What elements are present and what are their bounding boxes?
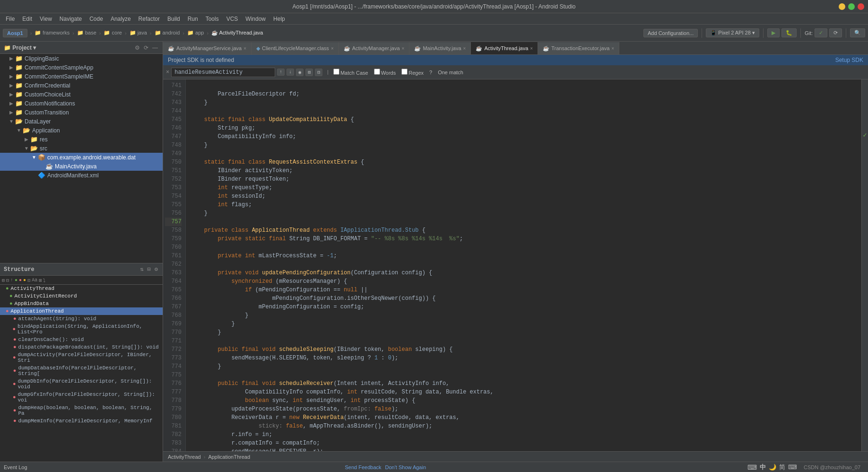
struct-item-dumpactivity[interactable]: ● dumpActivity(ParcelFileDescriptor, IBi… [0,351,163,364]
struct-item-dumpgfx[interactable]: ● dumpGfxInfo(ParcelFileDescriptor, Stri… [0,391,163,404]
maximize-button[interactable] [848,3,855,10]
setup-sdk-link[interactable]: Setup SDK [835,57,863,63]
breadcrumb-core[interactable]: 📁 core [104,30,122,36]
menu-run[interactable]: Run [184,15,202,23]
struct-icon-btn2[interactable]: ⊟ [6,278,9,283]
search-word-button[interactable]: ◉ [296,69,304,76]
menu-help[interactable]: Help [269,15,289,23]
menu-file[interactable]: File [2,15,18,23]
git-update-button[interactable]: ✓ [815,28,827,37]
struct-item-appbind[interactable]: ● AppBindData [0,300,163,307]
menu-build[interactable]: Build [164,15,184,23]
menu-refactor[interactable]: Refactor [135,15,164,23]
match-case-label[interactable]: Match Case [333,69,368,76]
breadcrumb-android[interactable]: 📁 android [155,30,180,36]
tree-item-customchoice[interactable]: ▶ 📁 CustomChoiceList [0,90,163,99]
input-method-icon[interactable]: ⌨ [747,463,757,471]
breadcrumb-frameworks[interactable]: 📁 frameworks [35,30,69,36]
breadcrumb-activitythread[interactable]: ActivityThread [168,454,201,460]
settings-icon[interactable]: ⚙ [154,265,159,273]
tree-item-customnotif[interactable]: ▶ 📁 CustomNotifications [0,99,163,108]
tree-item-package[interactable]: ▼ 📦 com.example.android.wearable.dat [0,153,163,162]
regex-label[interactable]: Regex [401,69,424,76]
search-next-button[interactable]: ↓ [286,69,294,76]
words-label[interactable]: Words [374,69,396,76]
tab-close-icon[interactable]: × [530,46,533,51]
keyboard-icon[interactable]: ⌨ [788,463,797,471]
tree-item-src[interactable]: ▼ 📂 src [0,144,163,153]
struct-item-activityclient[interactable]: ● ActivityClientRecord [0,292,163,300]
struct-item-dumpdb[interactable]: ● dumpDatabaseInfo(ParcelFileDescriptor,… [0,364,163,377]
struct-icon-btn5[interactable]: ● [19,278,22,283]
struct-item-bindapp[interactable]: ● bindApplication(String, ApplicationInf… [0,323,163,336]
tree-item-datalayer[interactable]: ▼ 📂 DataLayer [0,117,163,126]
breadcrumb-java[interactable]: 📁 java [130,30,147,36]
menu-navigate[interactable]: Navigate [56,15,86,23]
feedback-link[interactable]: Send Feedback [345,464,381,470]
struct-item-dumpmem[interactable]: ● dumpMemInfo(ParcelFileDescriptor, Memo… [0,417,163,425]
menu-analyze[interactable]: Analyze [107,15,135,23]
event-log-label[interactable]: Event Log [4,464,27,470]
gear-icon[interactable]: ⚙ [134,44,141,52]
struct-icon-btn8[interactable]: Aa [32,278,37,283]
menu-edit[interactable]: Edit [18,15,36,23]
sort-icon[interactable]: ⇅ [139,265,144,273]
tree-item-res[interactable]: ▶ 📁 res [0,135,163,144]
project-selector[interactable]: Aosp1 [3,29,27,37]
tab-close-icon[interactable]: × [611,46,614,51]
search-input[interactable] [171,68,275,77]
breadcrumb-base[interactable]: 📁 base [77,30,96,36]
code-content[interactable]: ParcelFileDescriptor fd; } static final … [186,79,861,451]
run-button[interactable]: ▶ [767,28,780,37]
search-everywhere-button[interactable]: 🔍 [850,28,865,37]
sync-icon[interactable]: ⟳ [143,44,149,52]
close-button[interactable] [858,3,864,10]
breadcrumb-app[interactable]: 📁 app [187,30,204,36]
tab-mainactivity[interactable]: ☕ MainActivity.java × [409,42,471,54]
git-push-button[interactable]: ⟳ [829,28,842,37]
struct-icon-btn6[interactable]: ● [23,278,26,283]
tree-item-clipping[interactable]: ▶ 📁 ClippingBasic [0,54,163,63]
struct-icon-btn10[interactable]: ⤵ [43,278,45,283]
tree-item-commitcontent[interactable]: ▶ 📁 CommitContentSampleApp [0,63,163,72]
menu-view[interactable]: View [36,15,56,23]
struct-icon-btn7[interactable]: ⊡ [27,278,30,283]
struct-item-activitythread[interactable]: ● ActivityThread [0,285,163,292]
tree-item-commitcontent-ime[interactable]: ▶ 📁 CommitContentSampleIME [0,72,163,81]
tab-activitymanager[interactable]: ☕ ActivityManager.java × [339,42,410,54]
moon-icon[interactable]: 🌙 [769,463,776,471]
tree-item-application[interactable]: ▼ 📂 Application [0,126,163,135]
debug-button[interactable]: 🐛 [781,28,797,37]
simplified-chinese-btn[interactable]: 简 [779,463,785,472]
tree-item-customtransition[interactable]: ▶ 📁 CustomTransition [0,108,163,117]
code-editor[interactable]: 741 742 743 744 745 746 747 748 749 750 … [163,79,868,451]
minimize-panel-icon[interactable]: — [151,44,159,52]
struct-item-dumpheap[interactable]: ● dumpHeap(boolean, boolean, boolean, St… [0,404,163,417]
regex-checkbox[interactable] [401,69,408,75]
minimize-button[interactable] [839,3,845,10]
device-selector[interactable]: 📱 Pixel 2 API 28 ▾ [706,28,759,37]
filter-icon[interactable]: ⊟ [147,265,152,273]
dont-show-link[interactable]: Don't Show Again [385,464,426,470]
menu-vcs[interactable]: VCS [223,15,242,23]
tab-close-icon[interactable]: × [402,46,405,51]
tab-activitymanagerservice[interactable]: ☕ ActivityManagerService.java × [163,42,252,54]
menu-code[interactable]: Code [86,15,107,23]
breadcrumb-file[interactable]: ☕ ActivityThread.java [211,30,263,36]
struct-item-appthread[interactable]: ● ApplicationThread [0,307,163,315]
tab-transactionexecutor[interactable]: ☕ TransactionExecutor.java × [538,42,619,54]
tab-close-icon[interactable]: × [243,46,246,51]
tab-close-icon[interactable]: × [463,46,466,51]
search-prev-button[interactable]: ↑ [277,69,285,76]
struct-icon-btn4[interactable]: ● [15,278,17,283]
tab-close-icon[interactable]: × [331,46,334,51]
tree-item-confirmcred[interactable]: ▶ 📁 ConfirmCredential [0,81,163,90]
struct-icon-btn1[interactable]: ⊞ [2,278,5,283]
words-checkbox[interactable] [374,69,380,75]
menu-window[interactable]: Window [242,15,269,23]
struct-icon-btn3[interactable]: ↑ [10,278,13,283]
struct-item-dispatchpkg[interactable]: ● dispatchPackageBroadcast(int, String[]… [0,343,163,351]
search-filter-icon[interactable]: ⊟ [315,69,322,76]
search-expand-button[interactable]: ⊞ [305,69,313,76]
tree-item-manifest[interactable]: 🔷 AndroidManifest.xml [0,171,163,180]
